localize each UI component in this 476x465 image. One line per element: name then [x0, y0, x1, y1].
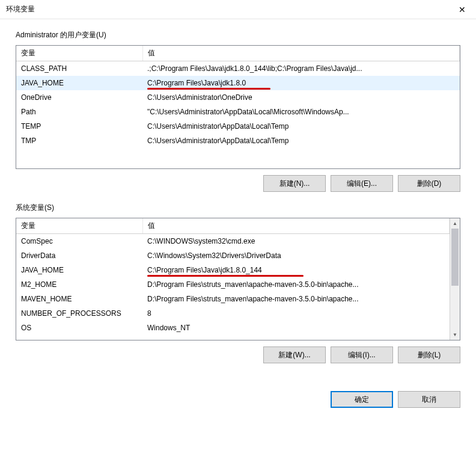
- scroll-down-icon[interactable]: ▼: [450, 330, 460, 340]
- user-col-value[interactable]: 值: [142, 46, 460, 61]
- user-vars-section: Administrator 的用户变量(U) 变量 值 CLASS_PATH.;…: [16, 30, 460, 192]
- sys-var-cell: MAVEN_HOME: [16, 292, 142, 306]
- table-row[interactable]: OSWindows_NT: [16, 321, 450, 335]
- sys-delete-button[interactable]: 删除(L): [398, 346, 460, 363]
- titlebar: 环境变量 ✕: [0, 0, 476, 19]
- system-vars-table[interactable]: 变量 值 ComSpecC:\WINDOWS\system32\cmd.exeD…: [16, 218, 450, 335]
- sys-edit-button[interactable]: 编辑(I)...: [331, 346, 393, 363]
- table-row[interactable]: JAVA_HOMEC:\Program Files\Java\jdk1.8.0_…: [16, 263, 450, 277]
- user-vars-label: Administrator 的用户变量(U): [16, 30, 460, 40]
- sys-var-cell: ComSpec: [16, 234, 142, 248]
- close-icon: ✕: [459, 5, 466, 14]
- sys-val-cell: 8: [142, 306, 450, 321]
- sys-var-cell: DriverData: [16, 248, 142, 263]
- system-vars-table-wrap: 变量 值 ComSpecC:\WINDOWS\system32\cmd.exeD…: [16, 218, 460, 340]
- red-underline-annotation: [147, 88, 270, 90]
- user-edit-button[interactable]: 编辑(E)...: [331, 175, 393, 192]
- table-row[interactable]: NUMBER_OF_PROCESSORS8: [16, 306, 450, 321]
- user-var-cell: JAVA_HOME: [16, 76, 142, 90]
- red-underline-annotation: [147, 275, 304, 277]
- system-scrollbar[interactable]: ▲ ▼: [450, 218, 460, 340]
- scroll-track[interactable]: [450, 229, 460, 330]
- sys-val-cell: Windows_NT: [142, 321, 450, 335]
- sys-var-cell: JAVA_HOME: [16, 263, 142, 277]
- user-var-cell: TMP: [16, 134, 142, 148]
- table-row[interactable]: TMPC:\Users\Administrator\AppData\Local\…: [16, 134, 460, 148]
- user-val-cell: .;C:\Program Files\Java\jdk1.8.0_144\lib…: [142, 61, 460, 76]
- table-row[interactable]: Path"C:\Users\Administrator\AppData\Loca…: [16, 105, 460, 119]
- sys-var-cell: OS: [16, 321, 142, 335]
- system-vars-buttons: 新建(W)... 编辑(I)... 删除(L): [16, 346, 460, 363]
- user-var-cell: OneDrive: [16, 90, 142, 105]
- user-val-cell: "C:\Users\Administrator\AppData\Local\Mi…: [142, 105, 460, 119]
- user-vars-table-wrap: 变量 值 CLASS_PATH.;C:\Program Files\Java\j…: [16, 45, 460, 169]
- table-row[interactable]: JAVA_HOMEC:\Program Files\Java\jdk1.8.0: [16, 76, 460, 90]
- cancel-button[interactable]: 取消: [398, 391, 460, 408]
- dialog-footer: 确定 取消: [0, 383, 476, 408]
- table-row[interactable]: ComSpecC:\WINDOWS\system32\cmd.exe: [16, 234, 450, 248]
- ok-button[interactable]: 确定: [331, 391, 393, 408]
- user-new-button[interactable]: 新建(N)...: [263, 175, 326, 192]
- user-var-cell: TEMP: [16, 119, 142, 134]
- user-val-cell: C:\Users\Administrator\AppData\Local\Tem…: [142, 134, 460, 148]
- sys-val-cell: C:\Windows\System32\Drivers\DriverData: [142, 248, 450, 263]
- user-var-cell: CLASS_PATH: [16, 61, 142, 76]
- system-vars-section: 系统变量(S) 变量 值 ComSpecC:\WINDOWS\system32\…: [16, 203, 460, 363]
- table-row[interactable]: M2_HOMED:\Program Files\struts_maven\apa…: [16, 277, 450, 292]
- scroll-up-icon[interactable]: ▲: [450, 218, 460, 229]
- system-vars-label: 系统变量(S): [16, 203, 460, 213]
- close-button[interactable]: ✕: [448, 0, 476, 19]
- sys-var-cell: M2_HOME: [16, 277, 142, 292]
- user-val-cell: C:\Program Files\Java\jdk1.8.0: [142, 76, 460, 90]
- user-vars-buttons: 新建(N)... 编辑(E)... 删除(D): [16, 175, 460, 192]
- table-row[interactable]: CLASS_PATH.;C:\Program Files\Java\jdk1.8…: [16, 61, 460, 76]
- user-delete-button[interactable]: 删除(D): [398, 175, 460, 192]
- table-row[interactable]: DriverDataC:\Windows\System32\Drivers\Dr…: [16, 248, 450, 263]
- sys-col-value[interactable]: 值: [142, 218, 450, 234]
- table-row[interactable]: MAVEN_HOMED:\Program Files\struts_maven\…: [16, 292, 450, 306]
- sys-val-cell: C:\Program Files\Java\jdk1.8.0_144: [142, 263, 450, 277]
- sys-var-cell: NUMBER_OF_PROCESSORS: [16, 306, 142, 321]
- user-col-variable[interactable]: 变量: [16, 46, 142, 61]
- sys-col-variable[interactable]: 变量: [16, 218, 142, 234]
- user-vars-table[interactable]: 变量 值 CLASS_PATH.;C:\Program Files\Java\j…: [16, 46, 460, 148]
- sys-new-button[interactable]: 新建(W)...: [263, 346, 326, 363]
- table-row[interactable]: TEMPC:\Users\Administrator\AppData\Local…: [16, 119, 460, 134]
- user-val-cell: C:\Users\Administrator\AppData\Local\Tem…: [142, 119, 460, 134]
- sys-val-cell: C:\WINDOWS\system32\cmd.exe: [142, 234, 450, 248]
- sys-val-cell: D:\Program Files\struts_maven\apache-mav…: [142, 292, 450, 306]
- scroll-thumb[interactable]: [451, 229, 459, 286]
- user-val-cell: C:\Users\Administrator\OneDrive: [142, 90, 460, 105]
- dialog-content: Administrator 的用户变量(U) 变量 值 CLASS_PATH.;…: [0, 19, 476, 383]
- sys-val-cell: D:\Program Files\struts_maven\apache-mav…: [142, 277, 450, 292]
- table-row[interactable]: OneDriveC:\Users\Administrator\OneDrive: [16, 90, 460, 105]
- user-var-cell: Path: [16, 105, 142, 119]
- window-title: 环境变量: [6, 4, 35, 14]
